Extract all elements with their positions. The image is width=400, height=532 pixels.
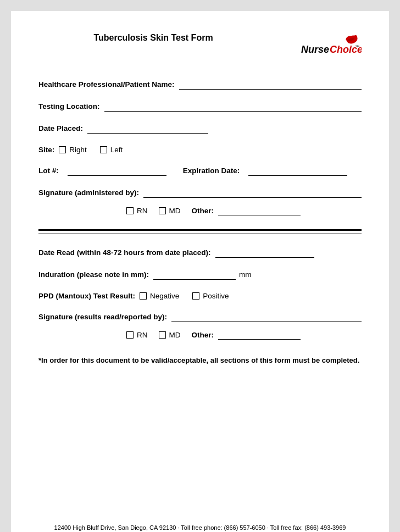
- induration-row: Induration (please note in mm): mm: [38, 270, 362, 280]
- rn-results-checkbox[interactable]: [126, 331, 134, 339]
- expiration-input[interactable]: [248, 166, 347, 176]
- date-placed-row: Date Placed:: [38, 124, 362, 134]
- mm-label: mm: [239, 270, 252, 279]
- negative-checkbox[interactable]: [140, 292, 147, 300]
- positive-label: Positive: [203, 292, 229, 300]
- ppd-label: PPD (Mantoux) Test Result:: [38, 292, 135, 300]
- rn-admin-checkbox[interactable]: [126, 207, 134, 214]
- other-admin-input[interactable]: [218, 206, 301, 215]
- positive-result-group: Positive: [192, 292, 229, 300]
- svg-text:™: ™: [355, 45, 359, 49]
- md-admin-checkbox-group: MD: [159, 207, 181, 215]
- md-results-checkbox-group: MD: [159, 331, 181, 339]
- footer-note: *In order for this document to be valid/…: [38, 356, 362, 364]
- left-checkbox[interactable]: [100, 146, 107, 153]
- site-label: Site:: [38, 146, 54, 154]
- form-page: Tuberculosis Skin Test Form Nurse Choice: [11, 11, 389, 532]
- right-checkbox-group: Right: [59, 146, 87, 154]
- sig-results-label: Signature (results read/reported by):: [38, 313, 167, 321]
- lot-label: Lot #:: [38, 167, 59, 175]
- rn-results-checkbox-group: RN: [126, 331, 148, 339]
- right-label: Right: [69, 146, 87, 154]
- date-placed-input[interactable]: [87, 124, 208, 134]
- patient-name-input[interactable]: [179, 80, 362, 90]
- rn-admin-label: RN: [137, 207, 148, 215]
- date-read-input[interactable]: [215, 248, 314, 258]
- rn-admin-checkbox-group: RN: [126, 207, 148, 215]
- thick-divider: [38, 229, 362, 231]
- svg-point-2: [354, 35, 357, 38]
- thin-divider: [38, 234, 362, 234]
- date-placed-label: Date Placed:: [38, 124, 83, 132]
- bottom-section: Date Read (within 48-72 hours from date …: [38, 248, 362, 364]
- nursechoice-logo: Nurse Choice ™: [301, 33, 362, 63]
- expiry-group: Expiration Date:: [183, 166, 348, 176]
- md-results-label: MD: [169, 331, 181, 339]
- negative-result-group: Negative: [140, 292, 179, 300]
- right-checkbox[interactable]: [59, 146, 66, 153]
- sig-results-row: Signature (results read/reported by):: [38, 312, 362, 322]
- patient-name-label: Healthcare Professional/Patient Name:: [38, 80, 175, 88]
- logo-area: Nurse Choice ™: [301, 33, 362, 63]
- left-checkbox-group: Left: [100, 146, 123, 154]
- md-results-checkbox[interactable]: [159, 331, 166, 339]
- other-results-input[interactable]: [218, 330, 301, 340]
- md-admin-label: MD: [169, 207, 181, 215]
- sig-admin-row: Signature (administered by):: [38, 188, 362, 198]
- lot-input[interactable]: [68, 166, 166, 176]
- form-header: Tuberculosis Skin Test Form Nurse Choice: [38, 33, 362, 63]
- rn-results-label: RN: [137, 331, 148, 339]
- date-read-row: Date Read (within 48-72 hours from date …: [38, 248, 362, 258]
- patient-name-row: Healthcare Professional/Patient Name:: [38, 80, 362, 90]
- testing-location-row: Testing Location:: [38, 102, 362, 112]
- sig-admin-label: Signature (administered by):: [38, 189, 139, 197]
- form-section-1: Healthcare Professional/Patient Name: Te…: [38, 80, 362, 215]
- expiration-label: Expiration Date:: [183, 167, 240, 175]
- lot-expiry-row: Lot #: Expiration Date:: [38, 166, 362, 176]
- positive-checkbox[interactable]: [192, 292, 199, 300]
- testing-location-label: Testing Location:: [38, 102, 100, 110]
- title-area: Tuberculosis Skin Test Form: [38, 33, 301, 43]
- site-row: Site: Right Left: [38, 146, 362, 154]
- sig-admin-input[interactable]: [143, 188, 362, 198]
- form-title: Tuberculosis Skin Test Form: [93, 33, 213, 43]
- left-label: Left: [110, 146, 123, 154]
- footer-address: 12400 High Bluff Drive, San Diego, CA 92…: [11, 524, 389, 531]
- ppd-row: PPD (Mantoux) Test Result: Negative Posi…: [38, 292, 362, 300]
- rn-md-results-row: RN MD Other:: [38, 330, 362, 340]
- other-results-label: Other:: [192, 331, 214, 339]
- induration-label: Induration (please note in mm):: [38, 270, 149, 279]
- date-read-label: Date Read (within 48-72 hours from date …: [38, 248, 211, 257]
- testing-location-input[interactable]: [104, 102, 362, 112]
- other-admin-label: Other:: [192, 207, 214, 215]
- svg-text:Nurse: Nurse: [301, 44, 329, 55]
- rn-md-admin-row: RN MD Other:: [38, 206, 362, 215]
- negative-label: Negative: [150, 292, 179, 300]
- induration-input[interactable]: [153, 270, 236, 280]
- md-admin-checkbox[interactable]: [159, 207, 166, 214]
- sig-results-input[interactable]: [171, 312, 362, 322]
- lot-group: Lot #:: [38, 166, 166, 176]
